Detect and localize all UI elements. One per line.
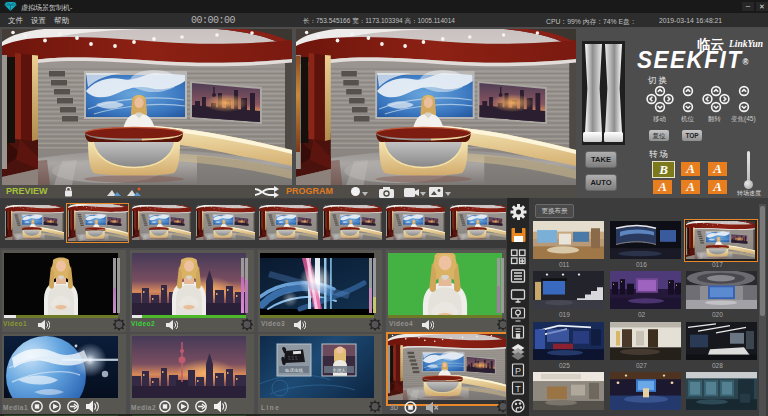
svg-text:T: T — [515, 384, 521, 394]
svg-text:电话连线: 电话连线 — [285, 368, 304, 373]
svg-text:P: P — [515, 366, 521, 376]
